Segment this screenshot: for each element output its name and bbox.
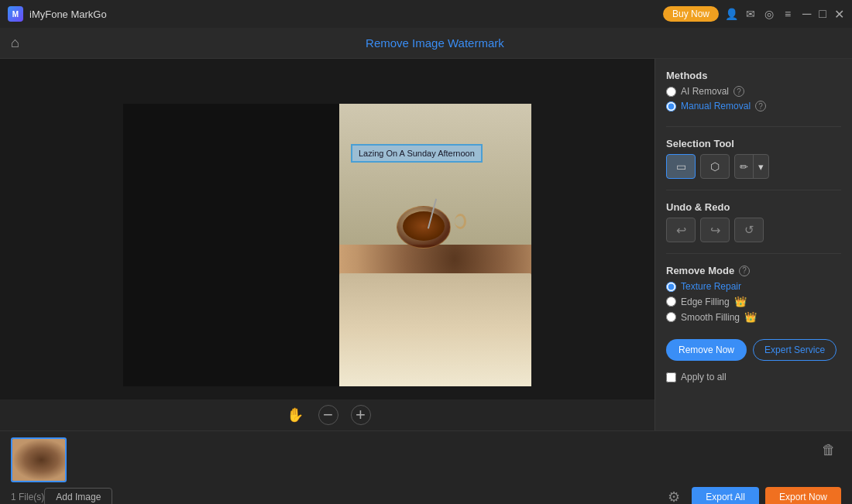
canvas-toolbar: ✋ − + <box>0 399 654 430</box>
redo-button[interactable]: ↪ <box>700 218 730 242</box>
remove-now-button[interactable]: Remove Now <box>666 339 747 361</box>
manual-removal-row: Manual Removal ? <box>666 101 841 111</box>
app-title: iMyFone MarkGo <box>29 9 657 20</box>
right-panel: Methods AI Removal ? Manual Removal ? Se… <box>654 59 852 430</box>
separator-1 <box>666 126 841 127</box>
smooth-filling-label: Smooth Filling <box>681 312 740 323</box>
undo-button[interactable]: ↩ <box>666 218 696 242</box>
apply-all-label: Apply to all <box>681 372 727 382</box>
title-icons: 👤 ✉ ◎ ≡ ─ □ ✕ <box>725 7 844 22</box>
left-black-bg <box>123 104 350 386</box>
add-image-button[interactable]: Add Image <box>44 488 112 504</box>
smooth-filling-radio[interactable] <box>666 312 676 322</box>
help-icon[interactable]: ◎ <box>762 7 776 21</box>
expert-service-button[interactable]: Expert Service <box>753 339 837 361</box>
tool-buttons-group: ▭ ⬡ ✏ ▾ <box>666 154 841 179</box>
minimize-button[interactable]: ─ <box>802 7 811 21</box>
remove-mode-header: Remove Mode ? <box>666 265 841 276</box>
methods-title: Methods <box>666 70 841 81</box>
ai-removal-radio[interactable] <box>666 87 676 97</box>
separator-3 <box>666 253 841 254</box>
mail-icon[interactable]: ✉ <box>744 7 758 21</box>
remove-mode-section: Remove Mode ? Texture Repair Edge Fillin… <box>666 265 841 327</box>
methods-section: Methods AI Removal ? Manual Removal ? <box>666 70 841 115</box>
export-now-button[interactable]: Export Now <box>765 487 841 504</box>
smooth-filling-crown-icon: 👑 <box>744 311 757 323</box>
ai-removal-help-icon[interactable]: ? <box>733 86 744 97</box>
remove-mode-help-icon[interactable]: ? <box>739 266 750 276</box>
edge-filling-radio[interactable] <box>666 297 676 307</box>
bottom-actions: 1 File(s) Add Image ⚙ Export All Export … <box>11 485 841 504</box>
navbar: ⌂ Remove Image Watermark <box>0 28 852 59</box>
manual-removal-radio[interactable] <box>666 101 676 111</box>
delete-file-button[interactable]: 🗑 <box>816 437 841 462</box>
thumbnail-item[interactable] <box>11 437 67 482</box>
page-title: Remove Image Watermark <box>29 36 841 50</box>
pen-tool-split: ✏ ▾ <box>734 154 769 179</box>
bottom-bar: 🗑 1 File(s) Add Image ⚙ Export All Expor… <box>0 430 852 504</box>
edge-filling-row: Edge Filling 👑 <box>666 296 841 307</box>
ai-removal-label: AI Removal <box>681 86 729 97</box>
image-display: Lazing On A Sunday Afternoon <box>339 104 531 386</box>
ai-removal-row: AI Removal ? <box>666 86 841 97</box>
close-button[interactable]: ✕ <box>834 7 844 22</box>
image-container: Lazing On A Sunday Afternoon <box>123 104 531 386</box>
manual-removal-help-icon[interactable]: ? <box>755 101 766 111</box>
canvas-area: Lazing On A Sunday Afternoon ✋ − + <box>0 59 654 430</box>
pen-dropdown-button[interactable]: ▾ <box>754 155 768 178</box>
home-icon[interactable]: ⌂ <box>11 35 19 51</box>
texture-repair-radio[interactable] <box>666 282 676 292</box>
thumbnail-row: 🗑 <box>11 437 841 482</box>
remove-mode-title: Remove Mode <box>666 265 734 276</box>
maximize-button[interactable]: □ <box>819 7 826 21</box>
smooth-filling-row: Smooth Filling 👑 <box>666 311 841 323</box>
settings-button[interactable]: ⚙ <box>662 485 685 504</box>
menu-icon[interactable]: ≡ <box>781 7 795 21</box>
selection-tool-title: Selection Tool <box>666 138 841 149</box>
export-row: ⚙ Export All Export Now <box>662 485 841 504</box>
undo-redo-buttons: ↩ ↪ ↺ <box>666 218 841 242</box>
rect-select-button[interactable]: ▭ <box>666 154 696 179</box>
apply-all-row: Apply to all <box>666 372 841 382</box>
pen-tool-button[interactable]: ✏ <box>735 155 753 178</box>
zoom-out-button[interactable]: − <box>318 405 338 425</box>
separator-2 <box>666 190 841 190</box>
export-all-button[interactable]: Export All <box>692 487 759 504</box>
undo-redo-title: Undo & Redo <box>666 201 841 213</box>
tea-photo: Lazing On A Sunday Afternoon <box>339 104 531 386</box>
titlebar: M iMyFone MarkGo Buy Now 👤 ✉ ◎ ≡ ─ □ ✕ <box>0 0 852 28</box>
watermark-label[interactable]: Lazing On A Sunday Afternoon <box>351 144 483 163</box>
app-logo: M <box>8 6 23 22</box>
edge-filling-label: Edge Filling <box>681 297 730 307</box>
hand-tool-button[interactable]: ✋ <box>284 404 306 426</box>
edge-filling-crown-icon: 👑 <box>734 296 747 307</box>
main-content: Lazing On A Sunday Afternoon ✋ − + Metho… <box>0 59 852 430</box>
user-icon[interactable]: 👤 <box>725 7 739 21</box>
undo-redo-section: Undo & Redo ↩ ↪ ↺ <box>666 201 841 242</box>
teacup <box>397 202 459 252</box>
texture-repair-row: Texture Repair <box>666 281 841 292</box>
zoom-in-button[interactable]: + <box>351 405 371 425</box>
buy-now-button[interactable]: Buy Now <box>663 6 719 22</box>
poly-select-button[interactable]: ⬡ <box>700 154 730 179</box>
file-count-label: 1 File(s) <box>11 492 44 502</box>
selection-tool-section: Selection Tool ▭ ⬡ ✏ ▾ <box>666 138 841 179</box>
book-pages <box>339 273 531 386</box>
action-buttons-row: Remove Now Expert Service <box>666 339 841 361</box>
refresh-button[interactable]: ↺ <box>734 218 764 242</box>
apply-all-checkbox[interactable] <box>666 372 676 382</box>
thumb-image <box>12 439 65 481</box>
texture-repair-label: Texture Repair <box>681 281 741 292</box>
manual-removal-label: Manual Removal <box>681 101 751 111</box>
